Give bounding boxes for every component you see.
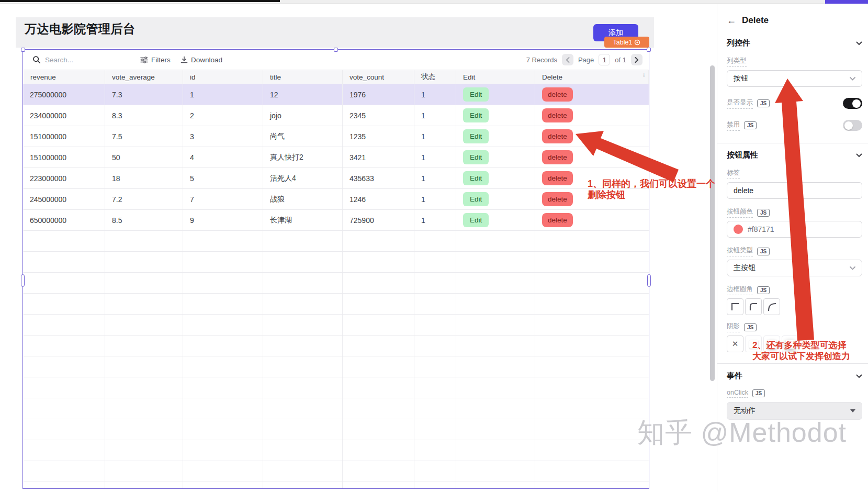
table-cell: 7.2 xyxy=(105,189,183,209)
js-badge-shadow[interactable]: JS xyxy=(744,323,757,331)
onclick-label: onClick xyxy=(727,389,748,398)
disabled-toggle[interactable] xyxy=(843,120,862,131)
column-header-[interactable]: 状态 xyxy=(414,70,456,84)
resize-handle-left[interactable] xyxy=(21,274,25,287)
table-cell: 3 xyxy=(183,126,263,147)
table-row[interactable]: 2450000007.27战狼12461Editdelete xyxy=(23,189,649,210)
shadow-medium-button[interactable] xyxy=(763,336,780,352)
js-badge-visible[interactable]: JS xyxy=(757,99,770,107)
delete-button[interactable]: delete xyxy=(542,171,573,185)
column-header-Delete[interactable]: Delete xyxy=(535,70,649,84)
chevron-down-icon[interactable] xyxy=(856,153,862,158)
empty-cell xyxy=(23,398,105,419)
empty-cell xyxy=(23,377,105,398)
empty-cell xyxy=(23,419,105,440)
resize-handle-right[interactable] xyxy=(647,274,651,287)
empty-cell xyxy=(23,315,105,335)
prev-page-button[interactable] xyxy=(562,54,573,65)
button-color-field[interactable]: #f87171 xyxy=(727,221,862,238)
top-dark-bar xyxy=(0,0,280,2)
visible-toggle[interactable] xyxy=(843,98,862,109)
section-button-props[interactable]: 按钮属性 xyxy=(727,150,862,160)
js-badge-color[interactable]: JS xyxy=(757,209,770,217)
empty-cell xyxy=(456,336,535,356)
empty-cell xyxy=(414,398,456,419)
table-cell-edit: Edit xyxy=(456,105,535,126)
edit-button[interactable]: Edit xyxy=(463,150,489,164)
column-header-id[interactable]: id xyxy=(183,70,263,84)
chevron-down-icon[interactable] xyxy=(856,374,862,378)
delete-button[interactable]: delete xyxy=(542,213,573,227)
table-cell: 7 xyxy=(183,189,263,209)
empty-cell xyxy=(456,273,535,293)
js-badge-disabled[interactable]: JS xyxy=(744,121,757,129)
shadow-large-button[interactable] xyxy=(782,336,798,352)
column-header-Edit[interactable]: Edit xyxy=(456,70,535,84)
shadow-none-button[interactable]: ✕ xyxy=(727,336,743,352)
gear-icon[interactable] xyxy=(634,39,640,46)
x-icon: ✕ xyxy=(732,339,739,349)
radius-small-button[interactable] xyxy=(745,298,762,315)
page-number-input[interactable]: 1 xyxy=(599,54,610,65)
js-badge-radius[interactable]: JS xyxy=(757,286,770,294)
section-column-controls[interactable]: 列控件 xyxy=(727,38,862,48)
radius-none-button[interactable] xyxy=(727,298,743,315)
empty-cell xyxy=(535,294,649,314)
download-button[interactable]: Download xyxy=(181,50,222,70)
edit-button[interactable]: Edit xyxy=(463,129,489,143)
pagination: 7 Records Page 1 of 1 xyxy=(526,50,642,70)
shadow-small-button[interactable] xyxy=(745,336,762,352)
back-icon[interactable]: ← xyxy=(727,16,736,25)
table-row[interactable]: 2750000007.311219761Editdelete xyxy=(23,84,649,105)
delete-button[interactable]: delete xyxy=(542,108,573,122)
radius-large-button[interactable] xyxy=(763,298,780,315)
table-widget[interactable]: Search... Filters xyxy=(23,50,649,488)
resize-handle-top-center[interactable] xyxy=(334,48,338,52)
table-row[interactable]: 1510000007.53尚气12351Editdelete xyxy=(23,126,649,147)
delete-button[interactable]: delete xyxy=(542,129,573,143)
js-badge-onclick[interactable]: JS xyxy=(752,389,765,397)
button-type-select[interactable]: 主按钮 xyxy=(727,260,862,276)
divider xyxy=(717,143,868,143)
table-cell: 725900 xyxy=(343,210,414,230)
column-header-revenue[interactable]: revenue xyxy=(23,70,105,84)
table-row[interactable]: 151000000504真人快打234211Editdelete xyxy=(23,147,649,168)
panel-title: Delete xyxy=(742,15,769,26)
column-header-title[interactable]: title xyxy=(263,70,343,84)
button-label-input[interactable]: delete xyxy=(727,182,862,199)
edit-button[interactable]: Edit xyxy=(463,108,489,122)
table-cell: 9 xyxy=(183,210,263,230)
delete-button[interactable]: delete xyxy=(542,87,573,102)
section-events[interactable]: 事件 xyxy=(727,371,862,381)
empty-cell xyxy=(343,398,414,419)
table-cell: 7.3 xyxy=(105,84,183,105)
caret-down-icon xyxy=(850,409,855,412)
resize-handle-top-right[interactable] xyxy=(647,48,651,52)
edit-button[interactable]: Edit xyxy=(463,87,489,102)
panel-scrollbar-thumb[interactable] xyxy=(710,65,715,381)
filters-button[interactable]: Filters xyxy=(140,50,171,70)
resize-handle-top-left[interactable] xyxy=(21,48,25,52)
edit-button[interactable]: Edit xyxy=(463,171,489,185)
js-badge-type[interactable]: JS xyxy=(757,248,770,255)
delete-button[interactable]: delete xyxy=(542,192,573,206)
onclick-action-select[interactable]: 无动作 xyxy=(727,402,862,420)
column-header-vote_count[interactable]: vote_count xyxy=(343,70,414,84)
table-row[interactable]: 6500000008.59长津湖7259001Editdelete xyxy=(23,210,649,231)
chevron-down-icon[interactable] xyxy=(856,41,862,46)
color-swatch[interactable] xyxy=(734,225,743,234)
delete-button[interactable]: delete xyxy=(542,150,573,164)
empty-cell xyxy=(263,294,343,314)
table-row[interactable]: 223000000185活死人44356331Editdelete xyxy=(23,168,649,189)
top-accent-button[interactable] xyxy=(825,0,868,4)
edit-button[interactable]: Edit xyxy=(463,213,489,227)
edit-button[interactable]: Edit xyxy=(463,192,489,206)
column-header-vote_average[interactable]: vote_average xyxy=(105,70,183,84)
empty-cell xyxy=(183,231,263,251)
table-row[interactable]: 2340000008.32jojo23451Editdelete xyxy=(23,105,649,126)
table-cell: 151000000 xyxy=(23,126,105,147)
column-type-select[interactable]: 按钮 xyxy=(727,70,862,87)
widget-tag[interactable]: Table1 xyxy=(604,37,649,48)
next-page-button[interactable] xyxy=(631,54,642,65)
search-input[interactable]: Search... xyxy=(32,50,73,70)
